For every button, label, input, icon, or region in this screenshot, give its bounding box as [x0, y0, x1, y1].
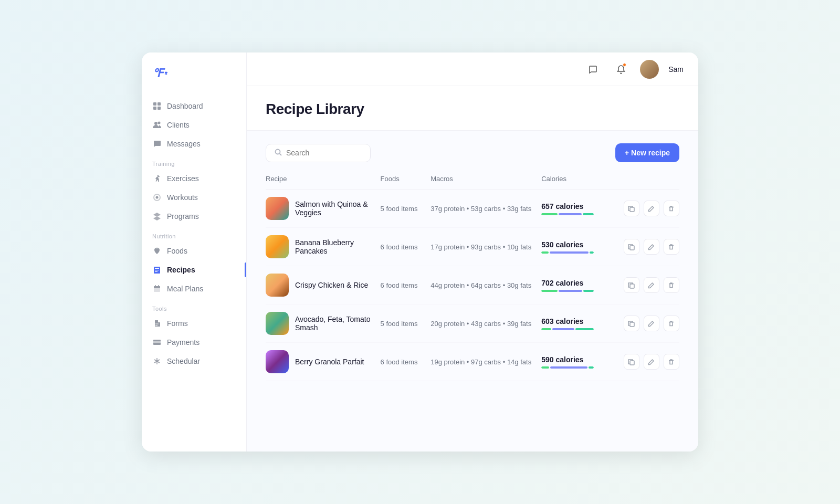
delete-button[interactable] — [664, 277, 679, 293]
sidebar-item-schedular[interactable]: Schedular — [142, 352, 246, 371]
page-content: Recipe Library + Ne — [247, 86, 698, 452]
table-row: Banana Blueberry Pancakes 6 food items 1… — [266, 228, 679, 266]
sidebar-item-dashboard[interactable]: Dashboard — [142, 97, 246, 116]
macro-bar — [541, 366, 594, 369]
copy-button[interactable] — [624, 316, 639, 331]
fat-bar — [583, 290, 594, 292]
svg-rect-19 — [630, 284, 634, 288]
sidebar-item-label: Forms — [167, 319, 188, 328]
svg-point-4 — [154, 122, 158, 125]
topbar: Sam — [247, 52, 698, 86]
page-header: Recipe Library — [247, 86, 698, 131]
file-text-icon — [152, 319, 162, 328]
edit-button[interactable] — [644, 354, 659, 370]
protein-bar — [541, 213, 558, 215]
copy-button[interactable] — [624, 239, 639, 255]
sidebar-item-label: Schedular — [167, 357, 200, 365]
sidebar-item-recipes[interactable]: Recipes — [142, 260, 246, 279]
edit-button[interactable] — [644, 201, 659, 216]
svg-rect-15 — [153, 341, 161, 343]
asterisk-icon — [152, 356, 162, 366]
action-icons — [624, 316, 679, 331]
calories-value: 702 calories — [541, 279, 624, 287]
search-input[interactable] — [286, 149, 362, 157]
edit-button[interactable] — [644, 316, 659, 331]
carbs-bar — [552, 328, 574, 330]
sidebar-item-programs[interactable]: Programs — [142, 207, 246, 226]
recipe-name: Avocado, Feta, Tomato Smash — [295, 315, 381, 332]
svg-rect-17 — [630, 207, 634, 212]
svg-rect-2 — [153, 107, 156, 110]
sidebar-item-exercises[interactable]: Exercises — [142, 169, 246, 188]
sidebar-item-workouts[interactable]: Workouts — [142, 188, 246, 207]
macros-text: 20g protein • 43g carbs • 39g fats — [430, 320, 531, 328]
edit-button[interactable] — [644, 277, 659, 293]
recipe-name: Berry Granola Parfait — [295, 358, 364, 366]
svg-rect-18 — [630, 246, 634, 250]
copy-button[interactable] — [624, 277, 639, 293]
calories-cell: 530 calories — [541, 240, 624, 254]
delete-button[interactable] — [664, 316, 679, 331]
foods-count: 6 food items — [381, 243, 418, 251]
sidebar-item-label: Recipes — [167, 266, 195, 274]
users-icon — [152, 120, 162, 130]
svg-rect-9 — [154, 286, 160, 288]
macros-text: 19g protein • 97g carbs • 14g fats — [430, 358, 531, 366]
svg-rect-0 — [153, 102, 156, 106]
macro-bar — [541, 328, 594, 330]
edit-button[interactable] — [644, 239, 659, 255]
sidebar-item-payments[interactable]: Payments — [142, 333, 246, 352]
copy-button[interactable] — [624, 354, 639, 370]
sidebar-item-label: Meal Plans — [167, 285, 203, 293]
book-icon — [152, 265, 162, 275]
run-icon — [152, 174, 162, 183]
app-container: ℉ Dashboard Clients Messages Trainin — [142, 52, 698, 452]
calories-value: 657 calories — [541, 202, 624, 211]
macro-bar — [541, 213, 594, 215]
delete-button[interactable] — [664, 239, 679, 255]
chat-icon-btn[interactable] — [583, 60, 602, 79]
sidebar-item-label: Dashboard — [167, 102, 203, 110]
delete-button[interactable] — [664, 354, 679, 370]
protein-bar — [541, 366, 549, 369]
bell-icon-btn[interactable] — [612, 60, 631, 79]
macros-text: 17g protein • 93g carbs • 10g fats — [430, 243, 531, 251]
svg-rect-20 — [630, 322, 634, 327]
recipe-cell: Crispy Chicken & Rice — [266, 274, 381, 297]
table-row: Berry Granola Parfait 6 food items 19g p… — [266, 343, 679, 381]
fat-bar — [590, 251, 594, 254]
sidebar-item-meal-plans[interactable]: Meal Plans — [142, 279, 246, 298]
copy-button[interactable] — [624, 201, 639, 216]
recipe-thumbnail — [266, 274, 289, 297]
protein-bar — [541, 290, 558, 292]
calendar-food-icon — [152, 284, 162, 293]
sidebar-item-clients[interactable]: Clients — [142, 116, 246, 134]
delete-button[interactable] — [664, 201, 679, 216]
sidebar-item-label: Exercises — [167, 174, 199, 183]
sidebar-item-foods[interactable]: Foods — [142, 242, 246, 260]
sidebar-item-label: Programs — [167, 212, 199, 220]
search-icon — [275, 149, 282, 158]
recipe-cell: Berry Granola Parfait — [266, 350, 381, 373]
protein-bar — [541, 251, 548, 254]
protein-bar — [541, 328, 551, 330]
nutrition-section-label: Nutrition — [142, 226, 246, 242]
search-box[interactable] — [266, 144, 371, 162]
col-header-actions — [624, 175, 679, 190]
foods-count: 6 food items — [381, 358, 418, 366]
carbs-bar — [559, 290, 582, 292]
recipe-thumbnail — [266, 235, 289, 258]
recipe-cell: Salmon with Quinoa & Veggies — [266, 197, 381, 220]
svg-rect-1 — [158, 102, 161, 106]
action-icons — [624, 239, 679, 255]
calories-cell: 657 calories — [541, 202, 624, 215]
col-header-calories: Calories — [541, 175, 624, 190]
sidebar-item-label: Workouts — [167, 193, 198, 202]
content-area: + New recipe Recipe Foods Macros Calorie… — [247, 131, 698, 394]
new-recipe-button[interactable]: + New recipe — [615, 143, 679, 162]
sidebar-item-messages[interactable]: Messages — [142, 134, 246, 153]
user-name: Sam — [668, 65, 684, 74]
sidebar-item-forms[interactable]: Forms — [142, 314, 246, 333]
logo-svg-icon — [163, 66, 169, 81]
settings-circle-icon — [152, 193, 162, 202]
